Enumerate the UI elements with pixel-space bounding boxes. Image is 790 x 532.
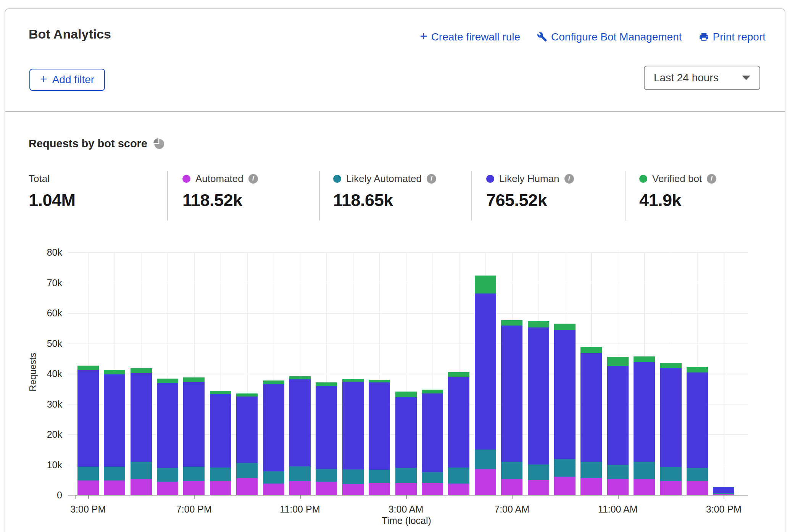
section-heading: Requests by bot score bbox=[29, 137, 165, 150]
time-range-value: Last 24 hours bbox=[654, 72, 719, 84]
stat-divider bbox=[471, 171, 472, 221]
stat-verified-bot: Verified boti41.9k bbox=[639, 173, 716, 210]
stat-value: 118.52k bbox=[182, 190, 258, 210]
stat-likely-automated: Likely Automatedi118.65k bbox=[333, 173, 436, 210]
info-icon[interactable]: i bbox=[707, 174, 716, 184]
stat-divider bbox=[319, 171, 320, 221]
stat-value: 41.9k bbox=[639, 190, 716, 210]
print-report-link[interactable]: Print report bbox=[699, 31, 766, 43]
pie-chart-icon bbox=[153, 138, 165, 150]
plus-icon: + bbox=[40, 73, 47, 85]
chevron-down-icon bbox=[742, 76, 750, 80]
stat-divider bbox=[626, 171, 626, 221]
stat-label: Total bbox=[29, 173, 50, 185]
add-filter-button[interactable]: + Add filter bbox=[29, 69, 105, 91]
stat-likely-human: Likely Humani765.52k bbox=[486, 173, 574, 210]
configure-bot-management-link[interactable]: Configure Bot Management bbox=[537, 31, 682, 43]
legend-dot bbox=[486, 175, 494, 183]
stat-total: Total1.04M bbox=[29, 173, 76, 210]
stat-label: Automated bbox=[195, 173, 243, 185]
header-divider bbox=[5, 111, 785, 112]
legend-dot bbox=[333, 175, 341, 183]
stat-automated: Automatedi118.52k bbox=[182, 173, 258, 210]
time-range-dropdown[interactable]: Last 24 hours bbox=[644, 66, 760, 90]
create-firewall-rule-link[interactable]: + Create firewall rule bbox=[420, 31, 520, 43]
bot-analytics-page: Bot Analytics + Create firewall rule Con… bbox=[0, 0, 790, 532]
configure-bot-management-label: Configure Bot Management bbox=[551, 31, 682, 43]
stat-divider bbox=[167, 171, 168, 221]
stat-label: Likely Human bbox=[499, 173, 559, 185]
info-icon[interactable]: i bbox=[427, 174, 436, 184]
page-title: Bot Analytics bbox=[29, 27, 111, 42]
info-icon[interactable]: i bbox=[248, 174, 258, 184]
print-report-label: Print report bbox=[713, 31, 766, 43]
legend-dot bbox=[182, 175, 190, 183]
header-actions: + Create firewall rule Configure Bot Man… bbox=[420, 31, 766, 43]
create-firewall-rule-label: Create firewall rule bbox=[431, 31, 520, 43]
add-filter-label: Add filter bbox=[52, 74, 95, 86]
stat-value: 765.52k bbox=[486, 190, 574, 210]
stat-label: Verified bot bbox=[652, 173, 702, 185]
plus-icon: + bbox=[420, 30, 427, 42]
wrench-icon bbox=[537, 32, 547, 42]
stat-label: Likely Automated bbox=[346, 173, 422, 185]
stat-value: 118.65k bbox=[333, 190, 436, 210]
stat-value: 1.04M bbox=[29, 190, 76, 210]
printer-icon bbox=[699, 32, 709, 42]
section-heading-label: Requests by bot score bbox=[29, 137, 147, 150]
stats-row: Total1.04MAutomatedi118.52kLikely Automa… bbox=[0, 170, 790, 223]
info-icon[interactable]: i bbox=[564, 174, 574, 184]
legend-dot bbox=[639, 175, 647, 183]
